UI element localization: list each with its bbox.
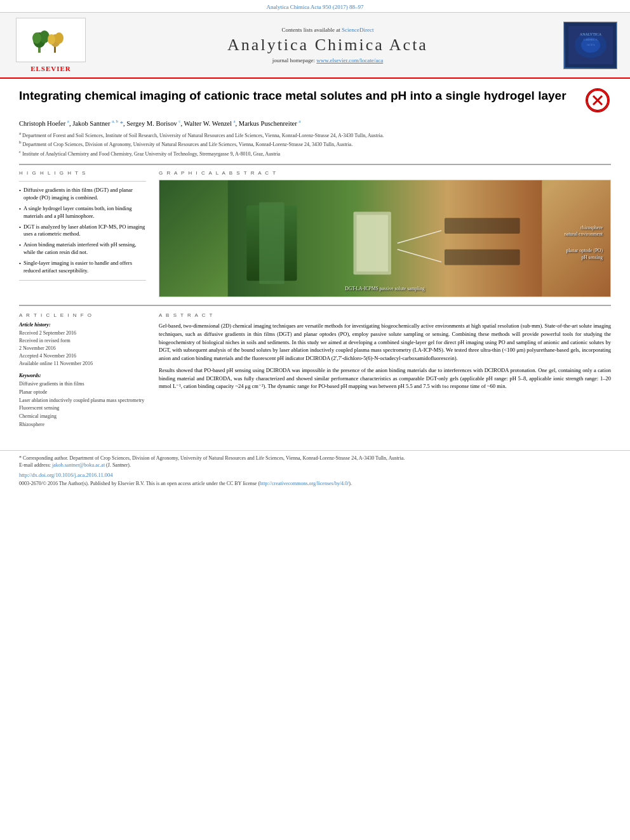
article-history-section: Article history: Received 2 September 20… bbox=[19, 322, 146, 368]
email-link[interactable]: jakob.santner@boku.ac.at bbox=[52, 462, 105, 468]
revised-label: Received in revised form bbox=[19, 337, 146, 345]
keyword-5: Chemical imaging bbox=[19, 413, 146, 421]
highlight-item-4: • Anion binding materials interfered wit… bbox=[19, 241, 146, 257]
crossmark-icon bbox=[586, 88, 610, 112]
svg-rect-26 bbox=[445, 250, 520, 265]
article-title-section: Integrating chemical imaging of cationic… bbox=[19, 88, 611, 114]
online-date: Available online 11 November 2016 bbox=[19, 360, 146, 368]
elsevier-logo-box bbox=[16, 18, 86, 62]
received-date: Received 2 September 2016 bbox=[19, 330, 146, 337]
highlight-text-4: Anion binding materials interfered with … bbox=[23, 241, 146, 257]
highlight-item-3: • DGT is analyzed by laser ablation ICP-… bbox=[19, 223, 146, 239]
svg-text:ACTA: ACTA bbox=[586, 43, 595, 46]
keyword-6: Rhizosphere bbox=[19, 421, 146, 429]
journal-bar: Analytica Chimica Acta 950 (2017) 88–97 bbox=[0, 0, 630, 13]
svg-rect-22 bbox=[356, 215, 387, 271]
abstract-heading: A B S T R A C T bbox=[159, 312, 611, 318]
authors-line: Christoph Hoefer a, Jakob Santner a, b *… bbox=[19, 119, 611, 127]
svg-rect-25 bbox=[445, 218, 520, 234]
footnote-area: * Corresponding author. Department of Cr… bbox=[0, 450, 630, 486]
copyright-text: 0003-2670/© 2016 The Author(s). Publishe… bbox=[19, 481, 260, 486]
journal-cover-image: ANALYTICA CHIMICA ACTA bbox=[563, 22, 617, 69]
journal-reference: Analytica Chimica Acta 950 (2017) 88–97 bbox=[266, 4, 363, 10]
highlight-text-3: DGT is analyzed by laser ablation ICP-MS… bbox=[23, 223, 146, 239]
copyright-line: 0003-2670/© 2016 The Author(s). Publishe… bbox=[19, 481, 611, 486]
keywords-list: Diffusive gradients in thin films Planar… bbox=[19, 380, 146, 429]
abstract-column: A B S T R A C T Gel-based, two-dimension… bbox=[159, 312, 611, 434]
highlights-list: • Diffusive gradients in thin films (DGT… bbox=[19, 187, 146, 275]
revised-date: 2 November 2016 bbox=[19, 345, 146, 352]
email-note: E-mail address: jakob.santner@boku.ac.at… bbox=[19, 462, 611, 469]
highlight-text-1: Diffusive gradients in thin films (DGT) … bbox=[23, 187, 146, 202]
affil-sup-c: c bbox=[178, 119, 180, 124]
highlights-heading: H I G H L I G H T S bbox=[19, 170, 146, 176]
article-info-heading: A R T I C L E I N F O bbox=[19, 312, 146, 318]
crossmark-badge bbox=[586, 88, 611, 114]
bullet-icon-3: • bbox=[19, 224, 21, 239]
keywords-section: Keywords: Diffusive gradients in thin fi… bbox=[19, 373, 146, 429]
cc-license-link[interactable]: http://creativecommons.org/licenses/by/4… bbox=[260, 481, 349, 486]
ga-rhizosphere-label: rhizosphere natural environment bbox=[564, 225, 603, 238]
journal-homepage-line: journal homepage: www.elsevier.com/locat… bbox=[98, 57, 557, 63]
journal-header-right: ANALYTICA CHIMICA ACTA bbox=[563, 22, 620, 69]
affil-c: c Institute of Analytical Chemistry and … bbox=[19, 149, 611, 157]
bullet-icon-1: • bbox=[19, 187, 21, 202]
doi-link[interactable]: http://dx.doi.org/10.1016/j.aca.2016.11.… bbox=[19, 472, 113, 478]
contents-line: Contents lists available at ScienceDirec… bbox=[98, 27, 557, 33]
affil-b: b Department of Crop Sciences, Division … bbox=[19, 140, 611, 148]
sciencedirect-link[interactable]: ScienceDirect bbox=[342, 27, 373, 33]
affil-sup-a: a bbox=[67, 119, 69, 124]
homepage-link[interactable]: www.elsevier.com/locate/aca bbox=[316, 57, 383, 63]
journal-header-left: ELSEVIER bbox=[10, 18, 92, 72]
ga-scene-svg bbox=[159, 180, 610, 297]
corresponding-asterisk: * bbox=[120, 120, 123, 127]
highlight-item-5: • Single-layer imaging is easier to hand… bbox=[19, 260, 146, 275]
affiliations-block: a Department of Forest and Soil Sciences… bbox=[19, 131, 611, 158]
highlights-column: H I G H L I G H T S • Diffusive gradient… bbox=[19, 170, 146, 297]
svg-point-6 bbox=[55, 32, 64, 44]
abstract-paragraph-2: Results showed that PO-based pH sensing … bbox=[159, 366, 611, 390]
mid-divider bbox=[19, 305, 611, 306]
highlight-text-2: A single hydrogel layer contains both, i… bbox=[23, 205, 146, 220]
highlights-divider-top bbox=[19, 181, 146, 182]
svg-text:CHIMICA: CHIMICA bbox=[584, 38, 598, 41]
abstract-paragraph-1: Gel-based, two-dimensional (2D) chemical… bbox=[159, 322, 611, 363]
journal-title: Analytica Chimica Acta bbox=[98, 36, 557, 55]
info-abstract-section: A R T I C L E I N F O Article history: R… bbox=[19, 312, 611, 434]
bullet-icon-2: • bbox=[19, 206, 21, 220]
affil-sup-a2: a bbox=[234, 119, 236, 124]
keyword-1: Diffusive gradients in thin films bbox=[19, 380, 146, 389]
bullet-icon-4: • bbox=[19, 242, 21, 257]
journal-header-center: Contents lists available at ScienceDirec… bbox=[98, 27, 557, 63]
corresponding-author-note: * Corresponding author. Department of Cr… bbox=[19, 455, 611, 462]
bullet-icon-5: • bbox=[19, 260, 21, 275]
ga-dgt-label: DGT-LA-ICPMS passive solute sampling bbox=[345, 286, 424, 291]
svg-point-7 bbox=[48, 34, 55, 44]
svg-point-3 bbox=[32, 32, 41, 44]
affil-a: a Department of Forest and Soil Sciences… bbox=[19, 131, 611, 139]
doi-line: http://dx.doi.org/10.1016/j.aca.2016.11.… bbox=[19, 472, 611, 478]
highlights-divider-bottom bbox=[19, 280, 146, 281]
elsevier-tree-icon bbox=[32, 24, 70, 56]
ga-planar-optode-label: planar optode (PO) pH sensing bbox=[566, 248, 603, 261]
article-title: Integrating chemical imaging of cationic… bbox=[19, 88, 576, 104]
highlight-text-5: Single-layer imaging is easier to handle… bbox=[23, 260, 146, 275]
affil-sup-ab: a, b bbox=[112, 119, 118, 124]
highlight-item-2: • A single hydrogel layer contains both,… bbox=[19, 205, 146, 220]
keyword-2: Planar optode bbox=[19, 389, 146, 397]
highlight-item-1: • Diffusive gradients in thin films (DGT… bbox=[19, 187, 146, 202]
page: Analytica Chimica Acta 950 (2017) 88–97 … bbox=[0, 0, 630, 840]
article-history-label: Article history: bbox=[19, 322, 146, 328]
main-divider bbox=[19, 164, 611, 165]
graphical-abstract-heading: G R A P H I C A L A B S T R A C T bbox=[159, 170, 611, 176]
elsevier-brand-text: ELSEVIER bbox=[30, 65, 71, 72]
abstract-text-block: Gel-based, two-dimensional (2D) chemical… bbox=[159, 322, 611, 390]
highlights-abstract-section: H I G H L I G H T S • Diffusive gradient… bbox=[19, 170, 611, 297]
accepted-date: Accepted 4 November 2016 bbox=[19, 352, 146, 360]
article-content: Integrating chemical imaging of cationic… bbox=[0, 79, 630, 441]
svg-rect-20 bbox=[259, 203, 285, 284]
journal-header: ELSEVIER Contents lists available at Sci… bbox=[0, 13, 630, 79]
article-info-column: A R T I C L E I N F O Article history: R… bbox=[19, 312, 146, 434]
graphical-abstract-column: G R A P H I C A L A B S T R A C T combin… bbox=[159, 170, 611, 297]
svg-text:ANALYTICA: ANALYTICA bbox=[579, 32, 601, 36]
